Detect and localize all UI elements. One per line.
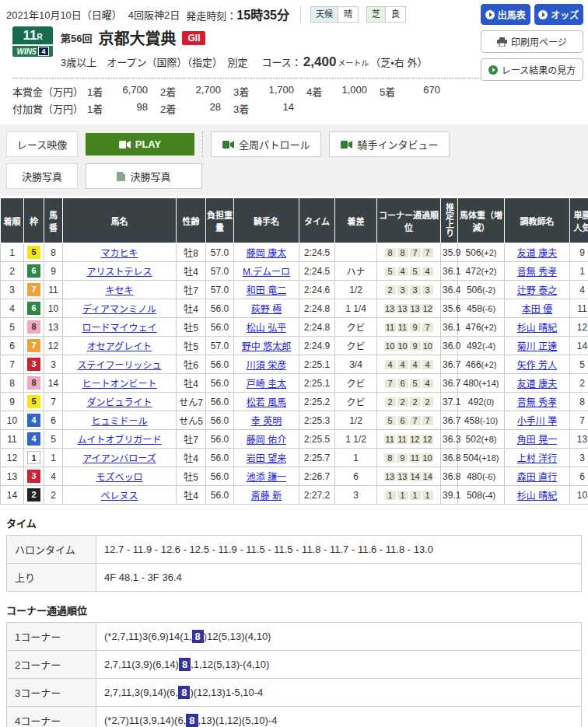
jockey-link[interactable]: 荻野 極 [251, 304, 282, 315]
horse-link[interactable]: ムイトオブリガード [77, 435, 161, 446]
horse-link[interactable]: キセキ [105, 285, 133, 296]
prize-item: 4着1,000 [306, 84, 380, 99]
trainer-link[interactable]: 友道 康夫 [517, 248, 557, 259]
sex-age: 牡4 [177, 299, 206, 318]
margin: クビ [335, 318, 377, 337]
highlighted-horse-number: 8 [178, 686, 190, 699]
jockey-link[interactable]: 幸 英明 [251, 416, 282, 427]
horse-link[interactable]: アリストテレス [86, 267, 152, 278]
horse-link[interactable]: オセアグレイト [87, 341, 152, 352]
photo-document-icon [117, 172, 125, 181]
grade-badge: GII [182, 31, 205, 45]
col-sex-age: 性齢 [177, 198, 206, 243]
col-time: タイム [299, 198, 335, 243]
jockey-link[interactable]: 池添 謙一 [247, 472, 286, 483]
horse-weight: 458(-6) [458, 299, 505, 318]
finish-photo-button-label: 決勝写真 [130, 169, 170, 183]
trainer-link[interactable]: 杉山 晴紀 [517, 491, 557, 502]
jockey-link[interactable]: 斎藤 新 [251, 491, 282, 502]
odds-button[interactable]: オッズ [534, 4, 584, 25]
horse-link[interactable]: ロードマイウェイ [82, 323, 156, 334]
finish-time: 2:25.2 [299, 393, 335, 411]
corner-table: 1コーナー (*2,7,11)3(6,9)14(1,8)12(5,13)(4,1… [6, 622, 582, 727]
trainer-link[interactable]: 音無 秀孝 [517, 397, 557, 408]
trainer-link[interactable]: 辻野 泰之 [517, 285, 557, 296]
corner-order: 891110 [377, 449, 441, 467]
race-title-texts: 第56回 京都大賞典 GII 3歳以上 オープン（国際）（指定） 別定 コース：… [61, 26, 427, 70]
time-table: ハロンタイム 12.7 - 11.9 - 12.6 - 12.5 - 11.9 … [6, 535, 582, 592]
main-prize-items: 1着6,7002着2,7003着1,7004着1,0005着670 [87, 84, 453, 99]
trainer-link[interactable]: 菊川 正達 [517, 341, 557, 352]
patrol-video-button[interactable]: 全周パトロール [211, 131, 321, 157]
finish-position: 14 [1, 486, 24, 505]
result-row: 7 3 3 ステイフーリッシュ 牡6 56.0 川須 栄彦 2:25.1 3/4… [1, 355, 588, 374]
trainer-link[interactable]: 矢作 芳人 [517, 360, 557, 371]
horse-link[interactable]: ディアマンミノル [82, 304, 156, 315]
margin: ハナ [335, 262, 377, 281]
weight-carried: 56.0 [206, 430, 234, 449]
horse-link[interactable]: ヒュミドール [91, 416, 147, 427]
highlighted-horse-number: 8 [192, 630, 204, 643]
jockey-link[interactable]: 岩田 望来 [247, 453, 286, 464]
last-3f: 36.7 [441, 374, 458, 393]
corner-order: 1111 [377, 486, 441, 505]
video-camera-icon [222, 141, 234, 149]
horse-link[interactable]: ダンビュライト [86, 397, 152, 408]
finish-position: 2 [1, 262, 24, 281]
race-result-page: 出馬表 オッズ 印刷用ページ レース結果の見方 2021年10月10日 [0, 0, 588, 727]
time-row-value: 4F 48.1 - 3F 36.4 [96, 564, 582, 592]
print-page-button[interactable]: 印刷用ページ [481, 30, 583, 53]
jockey-link[interactable]: 松山 弘平 [247, 323, 286, 334]
trainer-link[interactable]: 本田 優 [522, 304, 552, 315]
horse-link[interactable]: モズベッロ [96, 472, 142, 483]
jockey-link[interactable]: 松若 風馬 [247, 397, 286, 408]
race-date: 2021年10月10日（日曜） [6, 7, 122, 22]
horse-link[interactable]: ペレヌス [100, 491, 138, 502]
trainer-link[interactable]: 角田 晃一 [517, 435, 557, 446]
print-button-label: 印刷用ページ [511, 35, 567, 48]
jockey-link[interactable]: 野中 悠太郎 [242, 341, 291, 352]
horse-link[interactable]: ヒートオンビート [82, 379, 156, 390]
course-label: コース： [261, 54, 301, 69]
sex-age: 牡7 [177, 430, 206, 449]
trainer-link[interactable]: 小手川 準 [517, 416, 557, 427]
jockey-link[interactable]: 藤岡 康太 [247, 248, 286, 259]
trainer-link[interactable]: 音無 秀孝 [517, 267, 557, 278]
trainer-link[interactable]: 上村 洋行 [517, 453, 557, 464]
horse-number: 5 [44, 430, 63, 449]
col-trainer: 調教師名 [505, 198, 570, 243]
col-margin: 着差 [335, 198, 377, 243]
jockey-link[interactable]: 戸崎 圭太 [247, 379, 286, 390]
play-button[interactable]: PLAY [86, 133, 194, 156]
col-last-3f: 推定上り [441, 198, 458, 243]
corner-order: 13131312 [377, 299, 441, 318]
result-guide-button[interactable]: レース結果の見方 [481, 58, 583, 81]
frame-badge: 3 [27, 358, 40, 371]
trainer-link[interactable]: 友道 康夫 [517, 379, 557, 390]
media-section: レース映像 PLAY 全周パトロール 騎手インタビュー [0, 124, 588, 196]
finish-position: 9 [1, 393, 24, 411]
trainer-link[interactable]: 杉山 晴紀 [517, 323, 557, 334]
jockey-interview-button[interactable]: 騎手インタビュー [329, 131, 450, 157]
col-horse-name: 馬名 [63, 198, 177, 243]
last-3f: 36.8 [441, 449, 458, 467]
entries-button[interactable]: 出馬表 [481, 4, 530, 25]
frame-badge: 3 [27, 470, 40, 483]
trainer-link[interactable]: 森田 直行 [517, 472, 557, 483]
prize-item: 1着6,700 [87, 84, 160, 99]
horse-link[interactable]: ステイフーリッシュ [77, 360, 161, 371]
horse-link[interactable]: アイアンバローズ [82, 453, 156, 464]
jockey-link[interactable]: 和田 竜二 [247, 285, 286, 296]
meeting-info: 4回阪神2日 [128, 7, 180, 22]
win5-badge: WIN5 4 [12, 46, 53, 57]
horse-weight: 492(-4) [458, 337, 505, 355]
finish-photo-button[interactable]: 決勝写真 [86, 163, 202, 189]
corner-order: 2333 [377, 281, 441, 299]
play-button-label: PLAY [135, 138, 161, 150]
horse-link[interactable]: マカヒキ [100, 248, 138, 259]
jockey-link[interactable]: 藤岡 佑介 [247, 435, 286, 446]
jockey-link[interactable]: M.デムーロ [243, 267, 290, 278]
course-distance: 2,400 [303, 54, 337, 70]
last-3f: 36.7 [441, 411, 458, 430]
jockey-link[interactable]: 川須 栄彦 [247, 360, 286, 371]
